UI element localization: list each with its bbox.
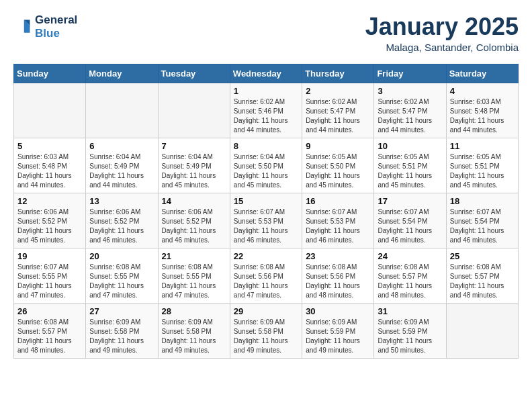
day-info: Sunrise: 6:05 AM Sunset: 5:50 PM Dayligh… <box>306 152 370 190</box>
day-number: 17 <box>378 196 442 206</box>
day-info: Sunrise: 6:02 AM Sunset: 5:47 PM Dayligh… <box>306 97 370 135</box>
day-info: Sunrise: 6:05 AM Sunset: 5:51 PM Dayligh… <box>378 152 442 190</box>
day-cell <box>86 83 158 138</box>
day-number: 27 <box>89 306 154 316</box>
day-cell: 1Sunrise: 6:02 AM Sunset: 5:46 PM Daylig… <box>230 83 302 138</box>
day-info: Sunrise: 6:09 AM Sunset: 5:59 PM Dayligh… <box>306 318 370 355</box>
month-title: January 2025 <box>365 13 519 40</box>
day-info: Sunrise: 6:09 AM Sunset: 5:59 PM Dayligh… <box>378 318 442 355</box>
page-header: General Blue January 2025 Malaga, Santan… <box>13 13 519 53</box>
title-block: January 2025 Malaga, Santander, Colombia <box>365 13 519 53</box>
day-number: 13 <box>89 196 154 206</box>
day-info: Sunrise: 6:07 AM Sunset: 5:53 PM Dayligh… <box>306 208 370 245</box>
day-info: Sunrise: 6:07 AM Sunset: 5:54 PM Dayligh… <box>378 208 442 245</box>
location: Malaga, Santander, Colombia <box>365 42 519 53</box>
day-cell: 30Sunrise: 6:09 AM Sunset: 5:59 PM Dayli… <box>302 303 374 358</box>
day-number: 4 <box>450 86 515 96</box>
week-row-2: 5Sunrise: 6:03 AM Sunset: 5:48 PM Daylig… <box>14 138 519 193</box>
day-number: 21 <box>162 251 226 261</box>
day-info: Sunrise: 6:08 AM Sunset: 5:56 PM Dayligh… <box>306 263 370 300</box>
day-cell <box>446 303 518 358</box>
day-number: 18 <box>450 196 515 206</box>
day-info: Sunrise: 6:08 AM Sunset: 5:57 PM Dayligh… <box>17 318 82 355</box>
day-cell: 28Sunrise: 6:09 AM Sunset: 5:58 PM Dayli… <box>158 303 230 358</box>
day-info: Sunrise: 6:03 AM Sunset: 5:48 PM Dayligh… <box>17 152 82 190</box>
day-info: Sunrise: 6:08 AM Sunset: 5:56 PM Dayligh… <box>234 263 298 300</box>
day-number: 29 <box>234 306 298 316</box>
day-info: Sunrise: 6:03 AM Sunset: 5:48 PM Dayligh… <box>450 97 515 135</box>
day-info: Sunrise: 6:08 AM Sunset: 5:55 PM Dayligh… <box>89 263 154 300</box>
logo-icon <box>13 17 32 36</box>
day-info: Sunrise: 6:04 AM Sunset: 5:49 PM Dayligh… <box>89 152 154 190</box>
day-number: 8 <box>234 141 298 151</box>
header-wednesday: Wednesday <box>230 64 302 83</box>
header-sunday: Sunday <box>14 64 86 83</box>
day-number: 7 <box>162 141 226 151</box>
day-info: Sunrise: 6:07 AM Sunset: 5:54 PM Dayligh… <box>450 208 515 245</box>
day-info: Sunrise: 6:05 AM Sunset: 5:51 PM Dayligh… <box>450 152 515 190</box>
day-cell: 12Sunrise: 6:06 AM Sunset: 5:52 PM Dayli… <box>14 193 86 248</box>
day-cell: 23Sunrise: 6:08 AM Sunset: 5:56 PM Dayli… <box>302 248 374 303</box>
day-cell: 15Sunrise: 6:07 AM Sunset: 5:53 PM Dayli… <box>230 193 302 248</box>
day-number: 14 <box>162 196 226 206</box>
day-number: 1 <box>234 86 298 96</box>
day-cell: 2Sunrise: 6:02 AM Sunset: 5:47 PM Daylig… <box>302 83 374 138</box>
day-cell: 6Sunrise: 6:04 AM Sunset: 5:49 PM Daylig… <box>86 138 158 193</box>
day-number: 6 <box>89 141 154 151</box>
header-thursday: Thursday <box>302 64 374 83</box>
day-cell: 20Sunrise: 6:08 AM Sunset: 5:55 PM Dayli… <box>86 248 158 303</box>
day-number: 25 <box>450 251 515 261</box>
day-info: Sunrise: 6:07 AM Sunset: 5:53 PM Dayligh… <box>234 208 298 245</box>
day-cell: 25Sunrise: 6:08 AM Sunset: 5:57 PM Dayli… <box>446 248 518 303</box>
day-number: 26 <box>17 306 82 316</box>
day-number: 11 <box>450 141 515 151</box>
header-saturday: Saturday <box>446 64 518 83</box>
day-info: Sunrise: 6:06 AM Sunset: 5:52 PM Dayligh… <box>17 208 82 245</box>
day-info: Sunrise: 6:08 AM Sunset: 5:57 PM Dayligh… <box>378 263 442 300</box>
day-cell: 21Sunrise: 6:08 AM Sunset: 5:55 PM Dayli… <box>158 248 230 303</box>
day-info: Sunrise: 6:06 AM Sunset: 5:52 PM Dayligh… <box>162 208 226 245</box>
day-cell: 11Sunrise: 6:05 AM Sunset: 5:51 PM Dayli… <box>446 138 518 193</box>
day-cell <box>158 83 230 138</box>
day-cell: 13Sunrise: 6:06 AM Sunset: 5:52 PM Dayli… <box>86 193 158 248</box>
day-cell: 27Sunrise: 6:09 AM Sunset: 5:58 PM Dayli… <box>86 303 158 358</box>
header-friday: Friday <box>374 64 446 83</box>
day-info: Sunrise: 6:08 AM Sunset: 5:55 PM Dayligh… <box>162 263 226 300</box>
day-cell: 18Sunrise: 6:07 AM Sunset: 5:54 PM Dayli… <box>446 193 518 248</box>
week-row-4: 19Sunrise: 6:07 AM Sunset: 5:55 PM Dayli… <box>14 248 519 303</box>
day-number: 19 <box>17 251 82 261</box>
day-cell: 29Sunrise: 6:09 AM Sunset: 5:58 PM Dayli… <box>230 303 302 358</box>
day-cell: 8Sunrise: 6:04 AM Sunset: 5:50 PM Daylig… <box>230 138 302 193</box>
day-cell <box>14 83 86 138</box>
day-number: 5 <box>17 141 82 151</box>
day-cell: 16Sunrise: 6:07 AM Sunset: 5:53 PM Dayli… <box>302 193 374 248</box>
day-number: 30 <box>306 306 370 316</box>
day-cell: 10Sunrise: 6:05 AM Sunset: 5:51 PM Dayli… <box>374 138 446 193</box>
day-number: 16 <box>306 196 370 206</box>
day-cell: 22Sunrise: 6:08 AM Sunset: 5:56 PM Dayli… <box>230 248 302 303</box>
day-cell: 7Sunrise: 6:04 AM Sunset: 5:49 PM Daylig… <box>158 138 230 193</box>
day-cell: 31Sunrise: 6:09 AM Sunset: 5:59 PM Dayli… <box>374 303 446 358</box>
day-info: Sunrise: 6:07 AM Sunset: 5:55 PM Dayligh… <box>17 263 82 300</box>
day-cell: 14Sunrise: 6:06 AM Sunset: 5:52 PM Dayli… <box>158 193 230 248</box>
day-info: Sunrise: 6:09 AM Sunset: 5:58 PM Dayligh… <box>162 318 226 355</box>
day-cell: 4Sunrise: 6:03 AM Sunset: 5:48 PM Daylig… <box>446 83 518 138</box>
day-number: 31 <box>378 306 442 316</box>
calendar-header: SundayMondayTuesdayWednesdayThursdayFrid… <box>14 64 519 83</box>
day-number: 15 <box>234 196 298 206</box>
logo-text: General Blue <box>35 13 77 40</box>
day-number: 10 <box>378 141 442 151</box>
logo: General Blue <box>13 13 77 40</box>
calendar-table: SundayMondayTuesdayWednesdayThursdayFrid… <box>13 64 519 359</box>
day-cell: 26Sunrise: 6:08 AM Sunset: 5:57 PM Dayli… <box>14 303 86 358</box>
day-number: 9 <box>306 141 370 151</box>
day-number: 23 <box>306 251 370 261</box>
day-info: Sunrise: 6:09 AM Sunset: 5:58 PM Dayligh… <box>89 318 154 355</box>
day-info: Sunrise: 6:04 AM Sunset: 5:50 PM Dayligh… <box>234 152 298 190</box>
day-cell: 17Sunrise: 6:07 AM Sunset: 5:54 PM Dayli… <box>374 193 446 248</box>
day-number: 20 <box>89 251 154 261</box>
day-number: 3 <box>378 86 442 96</box>
day-cell: 5Sunrise: 6:03 AM Sunset: 5:48 PM Daylig… <box>14 138 86 193</box>
day-info: Sunrise: 6:02 AM Sunset: 5:46 PM Dayligh… <box>234 97 298 135</box>
day-cell: 24Sunrise: 6:08 AM Sunset: 5:57 PM Dayli… <box>374 248 446 303</box>
